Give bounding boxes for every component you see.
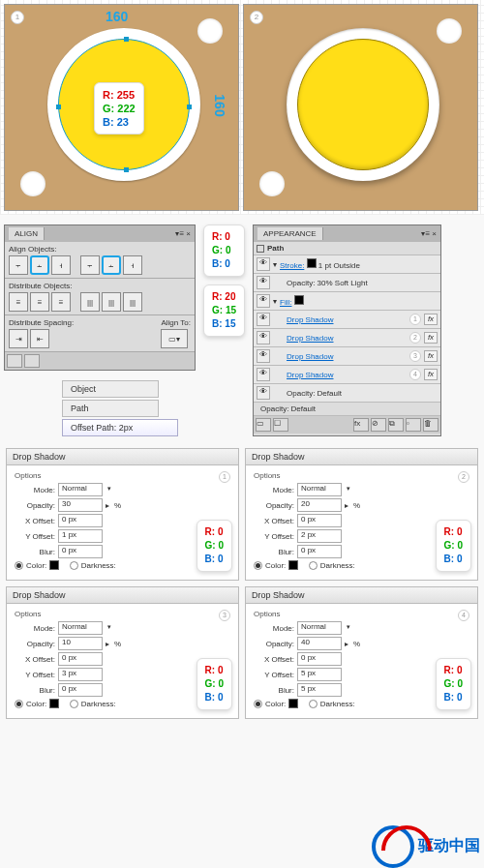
footer-button[interactable]: ☐ xyxy=(273,418,288,432)
xoffset-input[interactable]: 0 px xyxy=(58,514,103,527)
distribute-spacing-label: Distribute Spacing: xyxy=(9,318,74,327)
mode-select[interactable]: Normal xyxy=(58,483,103,496)
panel-menu-icon[interactable]: ▾≡ × xyxy=(421,229,437,238)
appearance-tab[interactable]: APPEARANCE xyxy=(257,227,323,240)
path-label: Path xyxy=(267,244,438,253)
visibility-toggle[interactable]: 👁 xyxy=(257,331,270,344)
xoffset-input[interactable]: 0 px xyxy=(58,652,103,666)
color-radio[interactable] xyxy=(15,700,23,708)
duplicate-button[interactable]: ⧉ xyxy=(388,418,404,432)
color-swatch[interactable] xyxy=(288,560,298,570)
align-h-center-button[interactable]: ⫠ xyxy=(30,255,49,275)
drop-shadow-dialog-4: Drop Shadow 4 Options Mode:Normal Opacit… xyxy=(245,586,478,719)
yoffset-input[interactable]: 5 px xyxy=(297,668,342,681)
drop-shadow-link[interactable]: Drop Shadow xyxy=(287,352,333,361)
delete-button[interactable]: 🗑 xyxy=(423,418,439,432)
blur-input[interactable]: 0 px xyxy=(297,545,342,558)
clear-button[interactable]: ⊘ xyxy=(371,418,386,432)
dist-button[interactable]: ||| xyxy=(123,292,142,312)
footer-button[interactable]: ▭ xyxy=(256,418,271,432)
blur-input[interactable]: 0 px xyxy=(58,545,103,558)
fill-swatch[interactable] xyxy=(294,295,304,305)
fx-icon[interactable]: fx xyxy=(424,314,438,325)
opacity-input[interactable]: 10 xyxy=(58,637,103,650)
yoffset-input[interactable]: 3 px xyxy=(58,668,103,681)
fx-button[interactable]: fx xyxy=(353,418,369,432)
opacity-input[interactable]: 40 xyxy=(297,637,342,650)
fx-icon[interactable]: fx xyxy=(424,369,438,380)
visibility-toggle[interactable]: 👁 xyxy=(257,349,270,363)
visibility-toggle[interactable]: 👁 xyxy=(257,257,270,271)
align-tab[interactable]: ALIGN xyxy=(9,227,45,240)
opacity-soft-row[interactable]: Opacity: 30% Soft Light xyxy=(273,279,438,287)
drop-shadow-link[interactable]: Drop Shadow xyxy=(287,315,333,324)
fx-icon[interactable]: fx xyxy=(424,350,438,362)
opacity-input[interactable]: 20 xyxy=(297,498,342,512)
spacing-button[interactable]: ⇥ xyxy=(9,329,28,348)
dist-button[interactable]: ||| xyxy=(80,292,100,312)
corner-hole xyxy=(197,18,223,44)
yoffset-input[interactable]: 2 px xyxy=(297,529,342,543)
yoffset-input[interactable]: 1 px xyxy=(58,529,103,543)
stroke-link[interactable]: Stroke: xyxy=(280,261,304,270)
dialog-title: Drop Shadow xyxy=(246,587,477,604)
darkness-radio[interactable] xyxy=(309,561,318,570)
visibility-toggle[interactable]: 👁 xyxy=(257,313,270,326)
footer-button[interactable] xyxy=(24,354,40,368)
color-radio[interactable] xyxy=(15,561,23,570)
dialog-title: Drop Shadow xyxy=(7,449,238,465)
drop-shadow-link[interactable]: Drop Shadow xyxy=(287,371,333,379)
color-swatch[interactable] xyxy=(49,699,59,708)
color-radio[interactable] xyxy=(254,700,262,708)
dialog-badge: 3 xyxy=(219,610,230,621)
mode-select[interactable]: Normal xyxy=(58,621,103,635)
blur-input[interactable]: 5 px xyxy=(297,683,342,697)
visibility-toggle[interactable]: 👁 xyxy=(257,386,270,400)
darkness-radio[interactable] xyxy=(70,561,78,570)
visibility-toggle[interactable]: 👁 xyxy=(257,276,270,289)
mode-select[interactable]: Normal xyxy=(297,483,342,496)
align-objects-label: Align Objects: xyxy=(9,245,191,254)
color-radio[interactable] xyxy=(254,561,262,570)
dist-button[interactable]: ≡ xyxy=(30,292,49,312)
opacity-input[interactable]: 30 xyxy=(58,498,103,512)
visibility-toggle[interactable]: 👁 xyxy=(257,368,270,381)
color-swatch[interactable] xyxy=(49,560,59,570)
new-button[interactable]: ▫ xyxy=(406,418,421,432)
footer-button[interactable] xyxy=(7,354,22,368)
fill-link[interactable]: Fill: xyxy=(280,298,291,307)
opacity-default-row[interactable]: Opacity: Default xyxy=(273,389,438,398)
options-label: Options xyxy=(254,610,469,618)
darkness-radio[interactable] xyxy=(70,700,78,708)
circle-inner xyxy=(297,39,429,170)
drop-shadow-link[interactable]: Drop Shadow xyxy=(287,334,333,343)
blur-input[interactable]: 0 px xyxy=(58,683,103,697)
appearance-panel: APPEARANCE▾≡ × Path 👁▾Stroke: 1 pt Outsi… xyxy=(253,224,441,436)
dist-button[interactable]: ||| xyxy=(102,292,121,312)
panel-menu-icon[interactable]: ▾≡ × xyxy=(175,229,191,238)
menu-offset-path[interactable]: Offset Path: 2px xyxy=(62,419,178,436)
visibility-toggle[interactable]: 👁 xyxy=(257,294,270,308)
mode-select[interactable]: Normal xyxy=(297,621,342,635)
dialog-badge: 1 xyxy=(219,471,230,483)
dist-button[interactable]: ≡ xyxy=(51,292,71,312)
stroke-swatch[interactable] xyxy=(307,258,317,268)
xoffset-input[interactable]: 0 px xyxy=(297,652,342,666)
align-bottom-button[interactable]: ⫞ xyxy=(123,255,142,275)
dist-button[interactable]: ≡ xyxy=(9,292,28,312)
dialog-title: Drop Shadow xyxy=(246,449,477,465)
opacity-default-row[interactable]: Opacity: Default xyxy=(257,404,438,413)
align-to-button[interactable]: ▭▾ xyxy=(161,329,188,348)
menu-path[interactable]: Path xyxy=(62,400,159,417)
color-swatch[interactable] xyxy=(288,699,298,708)
align-v-center-button[interactable]: ⫠ xyxy=(102,255,121,275)
spacing-button[interactable]: ⇤ xyxy=(30,329,49,348)
darkness-radio[interactable] xyxy=(309,700,318,708)
fx-icon[interactable]: fx xyxy=(424,332,438,344)
xoffset-input[interactable]: 0 px xyxy=(297,514,342,527)
stroke-value[interactable]: 1 pt Outside xyxy=(318,261,360,270)
align-right-button[interactable]: ⫞ xyxy=(51,255,71,275)
align-top-button[interactable]: ⫟ xyxy=(80,255,100,275)
menu-object[interactable]: Object xyxy=(62,380,159,398)
align-left-button[interactable]: ⫟ xyxy=(9,255,28,275)
